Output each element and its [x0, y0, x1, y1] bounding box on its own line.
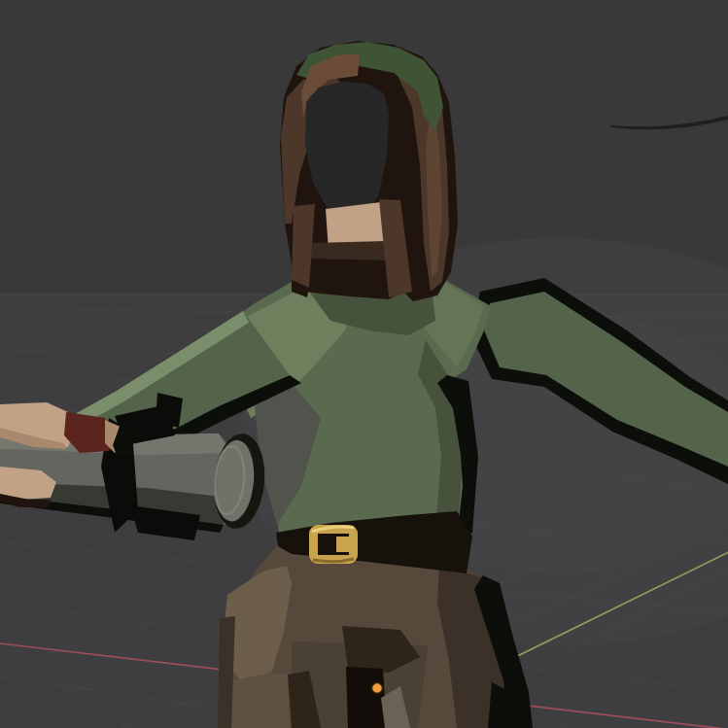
- neck-shadow: [307, 241, 391, 260]
- head: [280, 41, 458, 301]
- strap-buckle-piece: [156, 393, 183, 428]
- viewport-canvas[interactable]: [0, 0, 728, 728]
- object-origin-point[interactable]: [372, 683, 383, 694]
- belt-buckle-tab: [336, 537, 351, 552]
- pants-left-leg-panel: [231, 673, 290, 728]
- blender-3d-viewport[interactable]: [0, 0, 728, 728]
- leg-gap: [346, 667, 387, 728]
